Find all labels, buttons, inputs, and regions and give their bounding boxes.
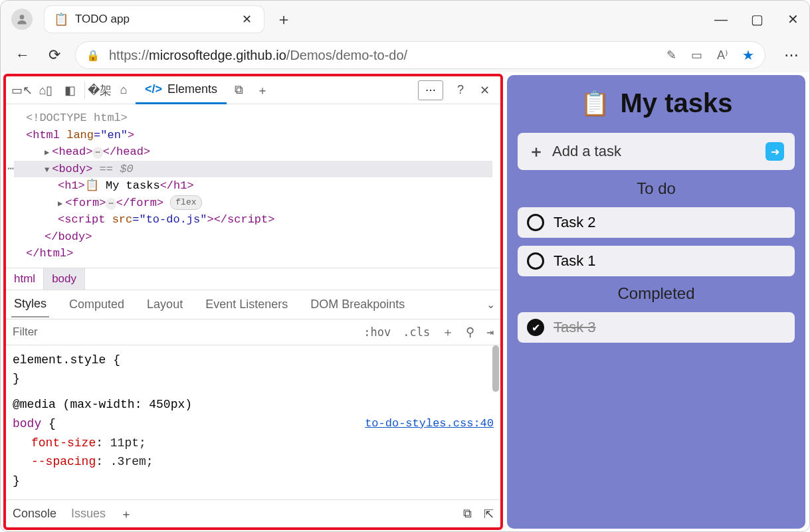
todo-app: 📋 My tasks ＋ Add a task ➜ To do Task 2 T… (507, 75, 805, 529)
address-bar[interactable]: 🔒 https://microsoftedge.github.io/Demos/… (75, 41, 765, 69)
cls-toggle[interactable]: .cls (403, 325, 430, 339)
add-drawer-tab-icon[interactable]: ＋ (120, 506, 132, 522)
devtools-toolbar: ▭↖ ⌂▯ ◧ �架 ⌂ </> Elements ⧉ ＋ ⋯ ? ✕ (6, 76, 500, 104)
welcome-icon[interactable]: ⌂ (112, 78, 136, 102)
selected-node-body[interactable]: ▼<body> == $0 (14, 161, 492, 178)
expand-icon[interactable]: ▶ (58, 199, 62, 209)
site-info-icon[interactable]: 🔒 (86, 49, 100, 62)
flex-badge[interactable]: flex (170, 195, 201, 210)
task-label: Task 3 (554, 319, 596, 336)
clipboard-icon: 📋 (580, 90, 610, 118)
devtools-panel: ▭↖ ⌂▯ ◧ �架 ⌂ </> Elements ⧉ ＋ ⋯ ? ✕ <!DO… (3, 74, 503, 530)
new-style-rule-icon[interactable]: ＋ (442, 324, 454, 340)
tab-styles[interactable]: Styles (11, 292, 49, 317)
task-label: Task 1 (554, 252, 596, 270)
styles-pane[interactable]: element.style { } @media (max-width: 450… (6, 345, 500, 500)
add-task-row[interactable]: ＋ Add a task ➜ (518, 133, 795, 170)
tab-title: TODO app (75, 13, 233, 26)
submit-arrow-button[interactable]: ➜ (765, 142, 784, 161)
favorite-star-icon[interactable]: ★ (742, 47, 754, 63)
task-label: Task 2 (554, 214, 596, 231)
add-tab-icon[interactable]: ＋ (251, 78, 274, 102)
collapse-icon[interactable]: ▼ (45, 165, 49, 175)
task-row[interactable]: Task 2 (518, 207, 795, 238)
drawer-ic-1[interactable]: ⧉ (463, 507, 472, 521)
code-icon: </> (145, 82, 162, 96)
task-row-completed[interactable]: ✔ Task 3 (518, 312, 795, 343)
edit-icon[interactable]: ✎ (666, 48, 676, 62)
checkbox-icon[interactable] (527, 214, 544, 231)
computed-sidebar-icon[interactable]: ⇥ (486, 325, 494, 339)
customize-devtools-icon[interactable]: ⋯ (418, 80, 443, 100)
crumb-body[interactable]: body (43, 268, 85, 290)
tab-elements[interactable]: </> Elements (136, 76, 227, 104)
tab-computed[interactable]: Computed (66, 292, 127, 317)
checkbox-checked-icon[interactable]: ✔ (527, 319, 544, 336)
page-title: 📋 My tasks (518, 88, 795, 118)
scrollbar[interactable] (492, 345, 499, 392)
paint-icon[interactable]: ⚲ (466, 325, 474, 339)
back-icon[interactable]: ← (11, 43, 34, 68)
hov-toggle[interactable]: :hov (363, 325, 391, 339)
drawer-console-tab[interactable]: Console (13, 507, 56, 521)
console-tab-icon[interactable]: ⧉ (227, 78, 251, 102)
drawer-issues-tab[interactable]: Issues (71, 507, 106, 521)
browser-tab-strip: 📋 TODO app ✕ ＋ — ▢ ✕ (1, 1, 809, 38)
dom-tree[interactable]: <!DOCTYPE html> <html lang="en"> ▶<head>… (6, 104, 500, 268)
refresh-icon[interactable]: ⟳ (45, 43, 64, 68)
expand-icon[interactable]: ▶ (45, 148, 49, 157)
close-window-icon[interactable]: ✕ (787, 13, 799, 25)
minimize-icon[interactable]: — (715, 13, 727, 25)
plus-icon: ＋ (528, 141, 544, 162)
devtools-drawer: Console Issues ＋ ⧉ ⇱ (6, 499, 500, 527)
device-toggle-icon[interactable]: ⌂▯ (34, 78, 58, 102)
svg-point-0 (20, 15, 25, 19)
drawer-collapse-icon[interactable]: ⇱ (484, 507, 494, 521)
close-devtools-icon[interactable]: ✕ (472, 78, 496, 102)
network-conditions-icon[interactable]: �架 (88, 78, 112, 102)
url-text: https://microsoftedge.github.io/Demos/de… (109, 48, 407, 63)
task-row[interactable]: Task 1 (518, 246, 795, 276)
maximize-icon[interactable]: ▢ (751, 13, 763, 25)
profile-avatar[interactable] (11, 9, 33, 30)
browser-tab[interactable]: 📋 TODO app ✕ (45, 6, 264, 33)
breadcrumb: html body (6, 268, 500, 290)
tab-favicon-icon: 📋 (54, 12, 68, 27)
crumb-html[interactable]: html (6, 268, 43, 290)
styles-tab-bar: Styles Computed Layout Event Listeners D… (6, 290, 500, 319)
more-menu-icon[interactable]: ⋯ (784, 46, 799, 64)
dock-side-icon[interactable]: ◧ (58, 78, 82, 102)
toolbar: ← ⟳ 🔒 https://microsoftedge.github.io/De… (1, 38, 809, 72)
inspect-element-icon[interactable]: ▭↖ (10, 78, 34, 102)
tab-dom-breakpoints[interactable]: DOM Breakpoints (308, 292, 407, 317)
stylesheet-link[interactable]: to-do-styles.css:40 (365, 414, 494, 432)
todo-heading: To do (518, 179, 795, 198)
chevron-down-icon[interactable]: ⌄ (486, 298, 495, 311)
tab-layout[interactable]: Layout (144, 292, 185, 317)
collections-icon[interactable]: ▭ (691, 48, 702, 62)
checkbox-icon[interactable] (527, 252, 544, 270)
read-aloud-icon[interactable]: A⁾ (717, 48, 728, 62)
close-tab-icon[interactable]: ✕ (239, 9, 254, 29)
add-task-label: Add a task (552, 143, 621, 160)
help-icon[interactable]: ? (449, 78, 472, 102)
completed-heading: Completed (518, 284, 795, 303)
styles-filter-bar: Filter :hov .cls ＋ ⚲ ⇥ (6, 319, 500, 345)
tab-event-listeners[interactable]: Event Listeners (203, 292, 290, 317)
new-tab-button[interactable]: ＋ (276, 9, 292, 30)
filter-input[interactable]: Filter (13, 325, 38, 339)
